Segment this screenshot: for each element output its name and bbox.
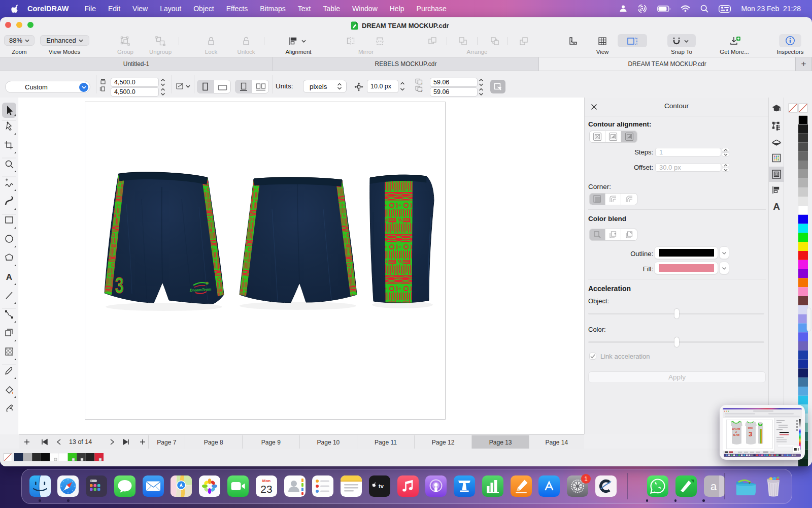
svg-text:Mon: Mon (262, 479, 270, 483)
svg-text:3: 3 (115, 273, 123, 298)
svg-text:tv: tv (379, 483, 384, 489)
svg-text:y: y (421, 89, 423, 92)
svg-text:MIKE: MIKE (748, 427, 753, 429)
svg-text:3: 3 (749, 430, 752, 438)
svg-text:A: A (6, 272, 12, 282)
svg-text:TEAM: TEAM (733, 434, 739, 436)
svg-text:23: 23 (260, 483, 272, 495)
svg-text:13 of 14: 13 of 14 (69, 438, 92, 446)
svg-text:A: A (773, 201, 780, 212)
svg-text:a: a (710, 480, 717, 493)
svg-text:3: 3 (735, 430, 737, 433)
svg-text:x: x (421, 82, 423, 85)
